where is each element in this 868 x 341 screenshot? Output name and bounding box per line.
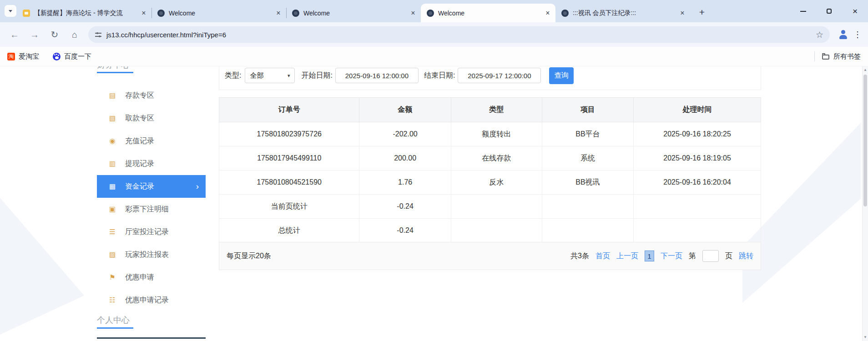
table-row: 17580108045215901.76反水BB视讯2025-09-16 16:…	[219, 170, 761, 195]
pagination-controls: 共3条 首页 上一页 1 下一页 第 页 跳转	[570, 250, 753, 262]
section-title: 财务中心	[97, 66, 133, 70]
table-cell: 1758017945499110	[219, 146, 359, 170]
tab-close-icon[interactable]: ×	[678, 9, 686, 17]
sidebar-item-recharge-record[interactable]: ◉充值记录	[97, 130, 206, 152]
table-cell: 1758018023975726	[219, 122, 359, 146]
sidebar-item-label: 厅室投注记录	[125, 227, 169, 237]
tab-close-icon[interactable]: ×	[274, 9, 283, 17]
tab-close-icon[interactable]: ×	[140, 9, 148, 17]
bookmark-item[interactable]: 百度一下	[53, 52, 91, 61]
scroll-down-icon[interactable]: ▼	[863, 334, 868, 341]
filter-panel: 类型: 全部 ▾ 开始日期: 结束日期: 查询	[219, 66, 761, 90]
sidebar-item-player-bet-report[interactable]: ▨玩家投注报表	[97, 243, 206, 266]
maximize-button[interactable]	[816, 0, 842, 22]
sidebar-item-hall-bet-record[interactable]: ☰厅室投注记录	[97, 221, 206, 243]
sidebar-menu: ▤存款专区▧取款专区◉充值记录▥提现记录▦资金记录›▣彩票下注明细☰厅室投注记录…	[97, 84, 206, 311]
forward-icon: →	[30, 30, 39, 40]
prev-page-link[interactable]: 上一页	[616, 251, 638, 261]
type-select-value: 全部	[250, 71, 263, 80]
section-title: 个人中心	[97, 315, 133, 326]
divider	[97, 337, 206, 339]
browser-tab-forum[interactable]: 【新提醒】海燕论坛 - 博学交流×	[17, 4, 151, 22]
table-cell: 1758010804521590	[219, 170, 359, 195]
maximize-icon	[827, 9, 832, 14]
close-window-button[interactable]: ×	[842, 0, 868, 22]
table-row: 1758018023975726-202.00额度转出BB平台2025-09-1…	[219, 122, 761, 146]
sidebar-item-promo-apply-record[interactable]: ☷优惠申请记录	[97, 289, 206, 311]
table-cell: 在线存款	[451, 146, 542, 170]
start-date-input[interactable]	[335, 68, 419, 83]
minimize-button[interactable]	[790, 0, 816, 22]
table-cell: -202.00	[359, 122, 451, 146]
reload-button[interactable]: ↻	[46, 26, 63, 43]
sidebar-item-promo-apply[interactable]: ⚑优惠申请	[97, 266, 206, 289]
bookmark-item[interactable]: 淘爱淘宝	[7, 52, 39, 61]
type-select[interactable]: 全部 ▾	[245, 68, 295, 83]
tab-close-icon[interactable]: ×	[409, 9, 417, 17]
active-underline	[97, 72, 133, 73]
bookmark-items: 淘爱淘宝百度一下	[7, 52, 105, 61]
profile-button[interactable]	[836, 28, 850, 41]
funds-record-icon: ▦	[108, 182, 117, 191]
tab-title: Welcome	[438, 10, 541, 17]
table-cell: 1.76	[359, 170, 451, 195]
table-cell: 反水	[451, 170, 542, 195]
site-favicon-icon	[427, 10, 434, 17]
total-count-text: 共3条	[570, 251, 589, 261]
chevron-down-icon	[9, 10, 12, 12]
current-page-badge[interactable]: 1	[645, 251, 654, 261]
new-tab-button[interactable]: +	[695, 5, 709, 19]
type-label: 类型:	[225, 71, 241, 80]
browser-menu-button[interactable]: ⋮	[852, 30, 863, 40]
table-cell	[634, 219, 761, 243]
sidebar-item-funds-record[interactable]: ▦资金记录›	[97, 175, 206, 198]
bookmark-label: 百度一下	[64, 52, 91, 61]
next-page-link[interactable]: 下一页	[661, 251, 682, 261]
table-row: 当前页统计-0.24	[219, 195, 761, 219]
browser-tab-betting-record[interactable]: :::视讯 会员下注纪录:::×	[555, 4, 690, 22]
sidebar-item-label: 优惠申请	[125, 273, 154, 282]
jump-button[interactable]: 跳转	[739, 251, 753, 261]
tab-title: Welcome	[169, 10, 272, 17]
page-scrollbar[interactable]: ▲ ▼	[862, 66, 868, 341]
tab-search-button[interactable]	[5, 5, 16, 17]
deposit-icon: ▤	[108, 91, 117, 100]
table-cell: 200.00	[359, 146, 451, 170]
first-page-link[interactable]: 首页	[595, 251, 610, 261]
end-date-input[interactable]	[458, 68, 541, 83]
sidebar-item-label: 取款专区	[125, 114, 154, 123]
table-cell: 当前页统计	[219, 195, 359, 219]
forward-button[interactable]: →	[26, 26, 43, 43]
scroll-up-icon[interactable]: ▲	[863, 66, 868, 74]
table-cell: -0.24	[359, 195, 451, 219]
query-button[interactable]: 查询	[549, 67, 574, 84]
back-button[interactable]: ←	[6, 26, 23, 43]
table-cell	[451, 195, 542, 219]
pagination-bar: 每页显示20条 共3条 首页 上一页 1 下一页 第 页 跳转	[219, 242, 761, 270]
sidebar-item-deposit[interactable]: ▤存款专区	[97, 84, 206, 107]
tab-strip: 【新提醒】海燕论坛 - 博学交流×Welcome×Welcome×Welcome…	[0, 0, 868, 22]
browser-tab-welcome-2[interactable]: Welcome×	[286, 4, 421, 22]
all-bookmarks-button[interactable]: 所有书签	[833, 52, 861, 61]
tab-title: Welcome	[303, 10, 406, 17]
lottery-bet-detail-icon: ▣	[108, 205, 117, 213]
address-bar[interactable]: js13.cc/hhcp/usercenter.html?iniType=6 ☆	[88, 26, 830, 43]
scrollbar-thumb[interactable]	[863, 75, 867, 206]
site-info-icon[interactable]	[95, 31, 102, 38]
browser-tab-welcome-3[interactable]: Welcome×	[421, 4, 555, 22]
sidebar-item-lottery-bet-detail[interactable]: ▣彩票下注明细	[97, 198, 206, 221]
home-button[interactable]: ⌂	[66, 26, 83, 43]
bookmark-label: 爱淘宝	[19, 52, 39, 61]
table-cell	[542, 195, 633, 219]
tab-close-icon[interactable]: ×	[544, 9, 552, 17]
sidebar-item-withdraw[interactable]: ▧取款专区	[97, 107, 206, 130]
sidebar-section-finance[interactable]: 财务中心	[97, 66, 133, 73]
jump-page-input[interactable]	[702, 250, 719, 262]
table-cell: BB平台	[542, 122, 633, 146]
sidebar-item-withdraw-record[interactable]: ▥提现记录	[97, 152, 206, 175]
sidebar-section-personal[interactable]: 个人中心	[97, 315, 133, 329]
table-cell	[634, 195, 761, 219]
browser-tab-welcome-1[interactable]: Welcome×	[151, 4, 286, 22]
bookmark-star-icon[interactable]: ☆	[816, 30, 823, 40]
column-header: 订单号	[219, 98, 359, 122]
